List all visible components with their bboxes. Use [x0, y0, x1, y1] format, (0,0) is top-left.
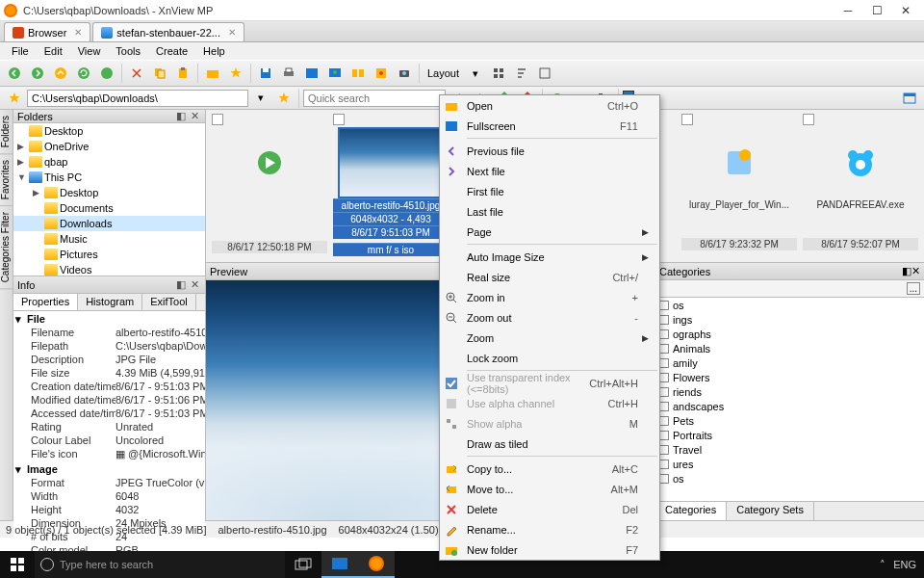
menu-item[interactable]: OpenCtrl+O — [440, 95, 659, 116]
property-group[interactable]: ▾ File — [13, 311, 205, 327]
category-item[interactable]: Animals — [655, 341, 924, 355]
undock-icon[interactable]: ◧ — [174, 110, 188, 122]
open-button[interactable] — [202, 63, 223, 84]
category-item[interactable]: Pets — [655, 413, 924, 428]
quick-search-input[interactable] — [303, 90, 446, 107]
close-panel-icon[interactable]: ✕ — [188, 110, 201, 122]
tree-node[interactable]: ▶OneDrive — [13, 139, 205, 154]
tree-node[interactable]: Videos — [13, 262, 205, 276]
menu-item[interactable]: Rename...F2 — [440, 519, 659, 539]
menu-item[interactable]: Auto Image Size▶ — [440, 247, 659, 267]
convert-button[interactable] — [371, 63, 392, 84]
menu-item[interactable]: Move to...Alt+M — [440, 479, 659, 499]
thumb-item[interactable]: luray_Player_for_Win... 8/6/17 9:23:32 P… — [681, 114, 797, 258]
layout-dropdown[interactable]: ▾ — [465, 63, 486, 84]
taskbar-app-1[interactable] — [321, 551, 358, 578]
category-item[interactable]: amily — [655, 355, 924, 370]
tree-node[interactable]: Pictures — [13, 247, 205, 262]
menu-tools[interactable]: Tools — [108, 43, 148, 59]
cut-button[interactable] — [126, 63, 147, 84]
menu-item[interactable]: Zoom▶ — [440, 328, 659, 348]
menu-item[interactable]: New folderF7 — [440, 539, 659, 560]
tab-histogram[interactable]: Histogram — [78, 294, 142, 310]
thumb-checkbox[interactable] — [803, 114, 814, 125]
category-item[interactable]: Flowers — [655, 370, 924, 384]
menu-edit[interactable]: Edit — [37, 43, 70, 59]
thumb-item-selected[interactable]: alberto-restifo-4510.jpg 6048x4032 - 4,4… — [333, 114, 449, 258]
save-button[interactable] — [255, 63, 276, 84]
menu-item[interactable]: Lock zoom — [440, 348, 659, 368]
menu-item[interactable]: Real sizeCtrl+/ — [440, 267, 659, 287]
menu-item[interactable]: DeleteDel — [440, 499, 659, 519]
menu-item[interactable]: First file — [440, 181, 659, 201]
menu-item[interactable]: Zoom in+ — [440, 287, 659, 307]
system-tray[interactable]: ˄ ENG — [880, 559, 924, 571]
categories-overflow-button[interactable]: ... — [907, 282, 920, 295]
menu-item[interactable]: Page▶ — [440, 222, 659, 242]
close-panel-icon[interactable]: ✕ — [188, 278, 201, 291]
refresh-button[interactable] — [73, 63, 94, 84]
vtab-folders[interactable]: Folders — [0, 110, 13, 154]
category-item[interactable]: ings — [655, 312, 924, 327]
menu-item[interactable]: FullscreenF11 — [440, 116, 659, 136]
category-item[interactable]: riends — [655, 384, 924, 399]
menu-item[interactable]: Last file — [440, 201, 659, 222]
menu-create[interactable]: Create — [148, 43, 195, 59]
menu-item[interactable]: Previous file — [440, 141, 659, 161]
fav-star-icon[interactable] — [4, 88, 25, 109]
thumb-checkbox[interactable] — [681, 114, 693, 125]
sort-button[interactable] — [511, 63, 532, 84]
tab-browser[interactable]: Browser ✕ — [4, 22, 90, 41]
tray-lang[interactable]: ENG — [893, 559, 916, 570]
acquire-button[interactable] — [394, 63, 415, 84]
category-item[interactable]: andscapes — [655, 399, 924, 413]
tab-category-sets[interactable]: Category Sets — [727, 502, 814, 520]
property-group[interactable]: ▾ Image — [13, 461, 205, 477]
vtab-categories-filter[interactable]: Categories Filter — [0, 206, 13, 289]
path-input[interactable] — [27, 90, 248, 107]
add-favorite-icon[interactable] — [273, 88, 295, 109]
undock-icon[interactable]: ◧ — [174, 278, 188, 291]
menu-item[interactable]: Draw as tiled — [440, 434, 659, 454]
thumb-item[interactable]: PANDAFREEAV.exe 8/6/17 9:52:07 PM — [803, 114, 918, 258]
start-button[interactable] — [0, 557, 35, 572]
print-button[interactable] — [278, 63, 299, 84]
paste-button[interactable] — [172, 63, 193, 84]
path-dropdown[interactable]: ▾ — [250, 88, 271, 109]
thumb-checkbox[interactable] — [333, 114, 345, 125]
thumb-checkbox[interactable] — [212, 114, 223, 125]
copy-button[interactable] — [149, 63, 170, 84]
fullscreen-button[interactable] — [301, 63, 322, 84]
view-mode-button[interactable] — [488, 63, 509, 84]
taskbar-search[interactable]: Type here to search — [35, 551, 285, 578]
tab-properties[interactable]: Properties — [13, 294, 78, 310]
refresh-dropdown[interactable] — [96, 63, 117, 84]
tree-node[interactable]: Music — [13, 231, 205, 247]
category-item[interactable]: Travel — [655, 442, 924, 457]
back-button[interactable] — [4, 63, 25, 84]
thumbnail-image[interactable] — [338, 127, 444, 198]
close-icon[interactable]: ✕ — [74, 27, 82, 38]
menu-item[interactable]: Next file — [440, 161, 659, 181]
menu-help[interactable]: Help — [195, 43, 233, 59]
category-item[interactable]: ographs — [655, 327, 924, 341]
menu-item[interactable]: Copy to...Alt+C — [440, 459, 659, 479]
tab-exiftool[interactable]: ExifTool — [142, 294, 196, 310]
tree-node[interactable]: ▶Desktop — [13, 185, 205, 200]
vtab-favorites[interactable]: Favorites — [0, 154, 13, 206]
panel-toggle-icon[interactable] — [899, 88, 920, 109]
menu-view[interactable]: View — [70, 43, 109, 59]
undock-icon[interactable]: ◧ — [902, 265, 911, 277]
tree-node[interactable]: Desktop — [13, 123, 205, 139]
folder-tree[interactable]: Desktop▶OneDrive▶qbap▼This PC▶DesktopDoc… — [13, 123, 205, 276]
maximize-button[interactable]: ☐ — [862, 0, 891, 21]
favorites-button[interactable] — [225, 63, 246, 84]
tray-chevron-icon[interactable]: ˄ — [880, 559, 886, 571]
categories-list[interactable]: osingsographsAnimalsamilyFlowersriendsan… — [655, 298, 924, 501]
thumb-size-button[interactable] — [534, 63, 555, 84]
tree-node[interactable]: Downloads — [13, 216, 205, 231]
taskbar-app-xnview[interactable] — [358, 551, 395, 578]
tree-node[interactable]: Documents — [13, 200, 205, 216]
thumb-item[interactable]: 8/6/17 12:50:18 PM — [212, 114, 327, 258]
tab-categories[interactable]: Categories — [655, 502, 727, 520]
